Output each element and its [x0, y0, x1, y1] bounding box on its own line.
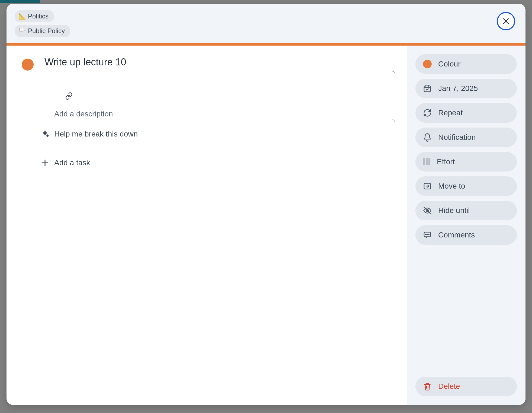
- accent-bar: [7, 43, 525, 46]
- repeat-label: Repeat: [438, 109, 463, 117]
- breadcrumb-parent-label: Politics: [28, 12, 49, 20]
- main-area: ⤡ ⤡ Help me break this down Add a tas: [7, 46, 407, 405]
- comments-button[interactable]: Comments: [415, 225, 517, 245]
- resize-handle-icon: ⤡: [392, 69, 396, 75]
- break-down-label: Help me break this down: [54, 130, 138, 138]
- modal-header: 📐 Politics 🏳️ Public Policy: [7, 4, 525, 43]
- description-input[interactable]: [54, 110, 396, 118]
- breadcrumb-parent-emoji: 📐: [18, 13, 26, 20]
- svg-rect-0: [424, 86, 431, 92]
- colour-button[interactable]: Colour: [415, 54, 517, 74]
- breadcrumb-child[interactable]: 🏳️ Public Policy: [15, 25, 70, 37]
- effort-button[interactable]: Effort: [415, 152, 517, 171]
- svg-point-4: [425, 234, 426, 235]
- svg-point-6: [428, 234, 429, 235]
- description-wrap: ⤡: [54, 110, 396, 122]
- task-title-input[interactable]: [44, 56, 396, 68]
- delete-label: Delete: [438, 382, 460, 391]
- sparkles-icon: [41, 130, 49, 138]
- svg-point-5: [427, 234, 428, 235]
- close-icon: [502, 17, 510, 25]
- hide-until-label: Hide until: [438, 206, 470, 215]
- repeat-button[interactable]: Repeat: [415, 103, 517, 123]
- move-to-label: Move to: [438, 182, 465, 190]
- link-icon: [65, 92, 73, 100]
- title-row: ⤡: [22, 56, 396, 76]
- delete-button[interactable]: Delete: [415, 377, 517, 396]
- modal-body: ⤡ ⤡ Help me break this down Add a tas: [7, 46, 525, 405]
- breadcrumb: 📐 Politics 🏳️ Public Policy: [15, 10, 70, 37]
- close-button[interactable]: [497, 12, 515, 30]
- content-stack: ⤡ Help me break this down Add a task: [54, 92, 396, 171]
- hide-until-button[interactable]: Hide until: [415, 201, 517, 220]
- breadcrumb-parent[interactable]: 📐 Politics: [15, 10, 54, 22]
- notification-button[interactable]: Notification: [415, 128, 517, 147]
- eye-off-icon: [423, 206, 432, 215]
- date-button[interactable]: Jan 7, 2025: [415, 79, 517, 98]
- date-label: Jan 7, 2025: [438, 84, 478, 93]
- add-task-button[interactable]: Add a task: [41, 154, 396, 171]
- add-task-label: Add a task: [54, 158, 90, 167]
- effort-bars-icon: [423, 158, 430, 165]
- task-color-dot[interactable]: [22, 59, 34, 71]
- breadcrumb-child-emoji: 🏳️: [18, 27, 26, 34]
- repeat-icon: [423, 109, 432, 117]
- task-modal: 📐 Politics 🏳️ Public Policy ⤡: [7, 4, 525, 405]
- background-app-stripe: [0, 0, 40, 3]
- trash-icon: [423, 382, 432, 391]
- colour-swatch-icon: [423, 60, 432, 68]
- bell-icon: [423, 133, 432, 142]
- comments-label: Comments: [438, 231, 475, 239]
- move-to-button[interactable]: Move to: [415, 176, 517, 196]
- title-wrap: ⤡: [44, 56, 396, 76]
- comments-icon: [423, 231, 432, 239]
- attachment-button[interactable]: [54, 92, 396, 106]
- colour-label: Colour: [438, 60, 460, 68]
- effort-label: Effort: [437, 157, 455, 166]
- move-to-icon: [423, 182, 432, 190]
- notification-label: Notification: [438, 133, 476, 142]
- break-down-button[interactable]: Help me break this down: [41, 125, 396, 143]
- sidebar: Colour Jan 7, 2025 Repeat Notification E…: [407, 46, 525, 405]
- plus-icon: [41, 158, 49, 167]
- calendar-icon: [423, 84, 432, 93]
- breadcrumb-child-label: Public Policy: [28, 27, 65, 35]
